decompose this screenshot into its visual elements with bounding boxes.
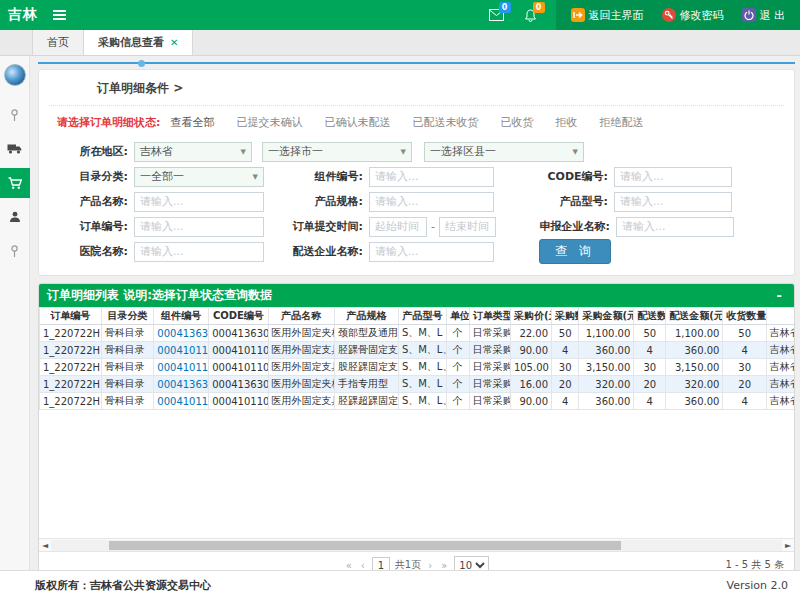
status-option[interactable]: 拒收 [555, 116, 577, 129]
table-cell: 22.00 [510, 325, 551, 342]
page-number-input[interactable] [372, 557, 390, 570]
component-no-link[interactable]: 00041363 [154, 376, 209, 393]
table-row[interactable]: 1_220722H骨科目录0004101100041011002医用外固定支具胫… [40, 393, 795, 410]
table-cell: 3,150.00 [666, 359, 723, 376]
scrollbar-thumb[interactable] [109, 541, 621, 550]
first-page-button[interactable]: « [344, 560, 354, 571]
collapse-icon[interactable]: - [773, 289, 786, 302]
status-option[interactable]: 已配送未收货 [412, 116, 478, 129]
close-icon[interactable]: ✕ [170, 37, 178, 48]
code-no-input[interactable] [614, 167, 732, 187]
status-option[interactable]: 已确认未配送 [324, 116, 390, 129]
component-no-link[interactable]: 00041011 [154, 393, 209, 410]
column-header: 采购数 [552, 308, 579, 325]
change-password-button[interactable]: 修改密码 [653, 8, 733, 23]
sidebar-item-delivery[interactable] [0, 134, 30, 164]
filter-panel-title[interactable]: 订单明细条件 > [97, 81, 183, 95]
table-cell: 吉林省恒达天创医疗科技有限公司 [766, 325, 794, 342]
next-page-button[interactable]: › [426, 560, 434, 571]
product-name-input[interactable] [134, 192, 264, 212]
end-time-input[interactable] [439, 217, 496, 237]
column-header: 订单类型 [469, 308, 510, 325]
scroll-left-icon[interactable]: ◄ [39, 541, 51, 550]
catalog-select[interactable]: 一全部一▼ [134, 167, 264, 187]
prev-page-button[interactable]: ‹ [359, 560, 367, 571]
table-cell: 20 [723, 376, 766, 393]
product-model-input[interactable] [614, 192, 732, 212]
horizontal-scrollbar[interactable]: ◄ ► [39, 538, 794, 551]
table-cell: 90.00 [510, 342, 551, 359]
table-cell: 吉林省恒达天创医疗科技有限公司 [766, 359, 794, 376]
table-cell: 日常采购 [469, 393, 510, 410]
tab-procurement-info[interactable]: 采购信息查看 ✕ [84, 30, 193, 55]
truck-icon [7, 143, 22, 155]
notifications-button[interactable]: 0 [514, 0, 548, 30]
table-cell: 1_220722H [40, 359, 102, 376]
product-spec-input[interactable] [369, 192, 494, 212]
table-cell: 医用外固定支具 [268, 342, 334, 359]
column-header: 产品名称 [268, 308, 334, 325]
table-cell: 360.00 [579, 393, 634, 410]
component-no-input[interactable] [369, 167, 494, 187]
sidebar-item-location[interactable] [0, 100, 30, 130]
order-no-input[interactable] [134, 217, 264, 237]
table-title: 订单明细列表 说明:选择订单状态查询数据 [47, 287, 272, 304]
hospital-input[interactable] [134, 242, 264, 262]
table-row[interactable]: 1_220722H骨科目录0004101100041011002医用外固定支具胫… [40, 342, 795, 359]
table-cell: 日常采购 [469, 359, 510, 376]
sidebar-item-cart[interactable] [0, 168, 30, 198]
chevron-down-icon: ▼ [401, 148, 406, 156]
table-row[interactable]: 1_220722H骨科目录0004136300041363000医用外固定夹板手… [40, 376, 795, 393]
status-option[interactable]: 已提交未确认 [236, 116, 302, 129]
avatar[interactable] [4, 64, 26, 86]
page-count-text: 共1页 [395, 558, 421, 570]
delivery-company-input[interactable] [369, 242, 494, 262]
filter-panel: 订单明细条件 > 请选择订单明细状态: 查看全部已提交未确认已确认未配送已配送未… [38, 69, 795, 276]
scroll-right-icon[interactable]: ► [782, 541, 794, 550]
scrollbar-knob[interactable] [138, 60, 145, 67]
column-header: 目录分类 [101, 308, 154, 325]
table-header-row: 订单编号目录分类组件编号CODE编号产品名称产品规格产品型号单位订单类型采购价(… [40, 308, 795, 325]
table-cell: 吉林省恒达天创医疗科技有限公司 [766, 393, 794, 410]
table-body: 1_220722H骨科目录0004136300041363001医用外固定夹板颈… [40, 325, 795, 410]
table-cell: 360.00 [666, 393, 723, 410]
logout-button[interactable]: 退 出 [733, 8, 795, 23]
column-header: CODE编号 [209, 308, 268, 325]
column-header: 采购价(元 [510, 308, 551, 325]
table-cell: 个 [446, 342, 469, 359]
component-no-link[interactable]: 00041011 [154, 359, 209, 376]
table-cell: 30 [634, 359, 666, 376]
content-scrollbar[interactable] [38, 60, 795, 65]
start-time-input[interactable] [369, 217, 427, 237]
table-row[interactable]: 1_220722H骨科目录0004136300041363001医用外固定夹板颈… [40, 325, 795, 342]
table-cell: 00041363000 [209, 376, 268, 393]
status-option[interactable]: 已收货 [500, 116, 533, 129]
tab-home[interactable]: 首页 [32, 30, 84, 55]
page-size-select[interactable]: 10 [454, 556, 489, 570]
order-table-panel: 订单明细列表 说明:选择订单状态查询数据 - 订单编号目录分类组件编号CODE编… [38, 283, 795, 570]
component-no-link[interactable]: 00041363 [154, 325, 209, 342]
table-cell: S、M、L、加 [398, 393, 446, 410]
province-select[interactable]: 吉林省▼ [134, 142, 252, 162]
component-no-link[interactable]: 00041011 [154, 342, 209, 359]
table-cell: 00041011001 [209, 359, 268, 376]
return-main-button[interactable]: 返回主界面 [562, 8, 653, 23]
declare-company-input[interactable] [616, 217, 734, 237]
product-spec-label: 产品规格: [284, 194, 369, 209]
last-page-button[interactable]: » [439, 560, 449, 571]
table-row[interactable]: 1_220722H骨科目录0004101100041011001医用外固定支具股… [40, 359, 795, 376]
sidebar-item-user[interactable] [0, 202, 30, 232]
city-select[interactable]: 一选择市一▼ [262, 142, 412, 162]
messages-button[interactable]: 0 [480, 0, 514, 30]
status-option[interactable]: 查看全部 [170, 116, 214, 129]
table-cell: 1_220722H [40, 342, 102, 359]
hamburger-menu-icon[interactable] [48, 0, 74, 30]
status-option[interactable]: 拒绝配送 [599, 116, 643, 129]
table-cell: 日常采购 [469, 376, 510, 393]
table-cell: 4 [723, 393, 766, 410]
status-label: 请选择订单明细状态: [57, 115, 160, 130]
search-button[interactable]: 查 询 [539, 239, 611, 264]
county-select[interactable]: 一选择区县一▼ [424, 142, 584, 162]
sidebar-item-location2[interactable] [0, 236, 30, 266]
power-icon [742, 8, 756, 22]
